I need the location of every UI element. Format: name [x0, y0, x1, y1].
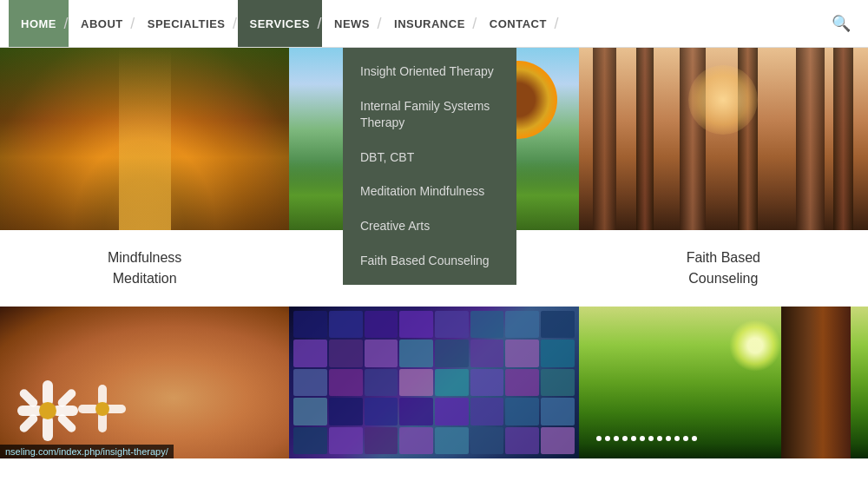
- tile-cell: [293, 427, 327, 454]
- tile-cell: [365, 427, 398, 454]
- nav-about[interactable]: ABOUT /: [69, 0, 135, 47]
- tile-cell: [541, 340, 575, 366]
- tile-cell: [505, 398, 539, 425]
- tile-cell: [505, 340, 539, 366]
- tile-cell: [365, 340, 398, 366]
- dropdown-item-dbt[interactable]: DBT, CBT: [343, 141, 516, 175]
- autumn-path-image: [0, 48, 289, 230]
- tile-cell: [329, 427, 363, 454]
- grid-cell-tiles[interactable]: [289, 307, 578, 458]
- tile-cell: [293, 340, 327, 366]
- nav-specialties[interactable]: SPECIALTIES /: [135, 0, 238, 47]
- tile-cell: [399, 311, 433, 338]
- tile-cell: [329, 369, 363, 396]
- dropdown-item-ifs[interactable]: Internal Family Systems Therapy: [343, 89, 516, 141]
- tile-cell: [505, 311, 539, 338]
- nav-home[interactable]: HOME /: [9, 0, 69, 47]
- tile-cell: [293, 369, 327, 396]
- nav-news[interactable]: NEWS /: [322, 0, 382, 47]
- tile-grid: [289, 307, 578, 458]
- tile-cell: [365, 311, 398, 338]
- tile-cell: [435, 369, 469, 396]
- tile-cell: [329, 311, 363, 338]
- tile-cell: [505, 369, 539, 396]
- meadow-image: [579, 307, 868, 458]
- tile-cell: [470, 311, 504, 338]
- dropdown-item-insight[interactable]: Insight Oriented Therapy: [343, 55, 516, 89]
- bottom-image-row: nseling.com/index.php/insight-therapy/: [0, 307, 868, 458]
- tile-cell: [470, 398, 504, 425]
- tile-cell: [541, 311, 575, 338]
- tile-cell: [435, 311, 469, 338]
- tile-cell: [329, 398, 363, 425]
- tile-cell: [435, 427, 469, 454]
- mindfulness-label-cell: Mindfulness Meditation: [0, 230, 289, 307]
- tile-cell: [399, 340, 433, 366]
- faith-label-cell: Faith Based Counseling: [579, 230, 868, 307]
- grid-cell-autumn[interactable]: [0, 48, 289, 230]
- tile-cell: [365, 398, 398, 425]
- tile-cell: [399, 369, 433, 396]
- tile-cell: [293, 311, 327, 338]
- tile-cell: [435, 398, 469, 425]
- search-icon[interactable]: 🔍: [823, 14, 859, 33]
- mindfulness-label: Mindfulness Meditation: [13, 247, 276, 289]
- faith-label: Faith Based Counseling: [592, 247, 855, 289]
- tile-cell: [399, 427, 433, 454]
- url-bar: nseling.com/index.php/insight-therapy/: [0, 445, 174, 458]
- tile-cell: [505, 427, 539, 454]
- tile-cell: [541, 369, 575, 396]
- tile-cell: [470, 369, 504, 396]
- tiles-image: [289, 307, 578, 458]
- dropdown-item-faith[interactable]: Faith Based Counseling: [343, 244, 516, 279]
- tile-cell: [541, 398, 575, 425]
- dropdown-item-meditation[interactable]: Meditation Mindfulness: [343, 175, 516, 209]
- tile-cell: [435, 340, 469, 366]
- red-forest-image: [579, 48, 868, 230]
- grid-cell-daisies[interactable]: nseling.com/index.php/insight-therapy/: [0, 307, 289, 458]
- nav-insurance[interactable]: INSURANCE /: [382, 0, 477, 47]
- tile-cell: [470, 340, 504, 366]
- dropdown-item-arts[interactable]: Creative Arts: [343, 209, 516, 244]
- tile-cell: [399, 398, 433, 425]
- tile-cell: [329, 340, 363, 366]
- grid-cell-meadow[interactable]: [579, 307, 868, 458]
- separator: /: [554, 15, 559, 33]
- services-dropdown: Insight Oriented Therapy Internal Family…: [343, 48, 516, 285]
- nav-services[interactable]: SERVICES /: [238, 0, 323, 47]
- daisies-image: nseling.com/index.php/insight-therapy/: [0, 307, 289, 458]
- tile-cell: [365, 369, 398, 396]
- navigation: HOME / ABOUT / SPECIALTIES / SERVICES / …: [0, 0, 868, 48]
- tile-cell: [293, 398, 327, 425]
- tile-cell: [470, 427, 504, 454]
- grid-cell-forest[interactable]: [579, 48, 868, 230]
- nav-contact[interactable]: CONTACT /: [477, 0, 559, 47]
- tile-cell: [541, 427, 575, 454]
